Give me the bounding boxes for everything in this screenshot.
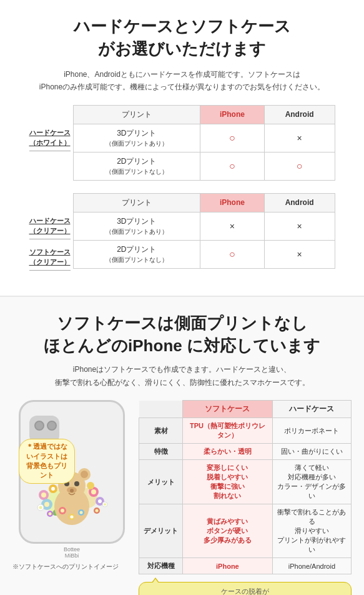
label-feature: 特徴 xyxy=(139,444,183,460)
balloon-container: ケースの脱着が苦手な方におすすめ。 xyxy=(139,582,352,595)
svg-point-5 xyxy=(51,487,55,491)
feature-row-merit: メリット 変形しにくい脱着しやすい衝撃に強い割れない 薄くて軽い対応機種が多いカ… xyxy=(139,460,352,504)
print-type: 3Dプリント（側面プリントあり） xyxy=(73,124,200,152)
table2: プリント iPhone Android 3Dプリント（側面プリントあり） × ×… xyxy=(73,193,335,269)
feature-table: ソフトケース ハードケース 素材 TPU（熱可塑性ポリウレタン） ポリカーボネー… xyxy=(139,400,352,574)
col-print: プリント xyxy=(73,193,200,212)
svg-point-35 xyxy=(96,509,99,512)
table1-wrapper: ハードケース（ホワイト） プリント iPhone Android 3Dプリント（… xyxy=(12,105,352,181)
svg-point-12 xyxy=(87,482,94,489)
hard-feature: 固い・曲がりにくい xyxy=(272,444,351,460)
svg-point-25 xyxy=(70,489,74,492)
feature-row-feature: 特徴 柔らかい・透明 固い・曲がりにくい xyxy=(139,444,352,460)
table1-side-label: ハードケース（ホワイト） xyxy=(29,105,71,151)
android-cross: × xyxy=(264,124,335,152)
table-row: 2Dプリント（側面プリントなし） ○ × xyxy=(73,240,335,268)
label-merit: メリット xyxy=(139,460,183,504)
soft-case-header: ソフトケース xyxy=(183,401,273,418)
iphone-circle: ○ xyxy=(200,152,265,180)
svg-point-11 xyxy=(98,499,102,503)
bottom-content: ＊透過ではないイラストは背景色もプリント BotteeMiBbi ※ソフトケース… xyxy=(12,400,352,595)
bottom-subtitle: iPhoneはソフトケースでも作成できます。ハードケースと違い、衝撃で割れる心配… xyxy=(12,363,352,389)
softcase-clear-label: ソフトケース（クリアー） xyxy=(29,244,71,271)
hard-compatible: iPhone/Android xyxy=(272,558,351,574)
hardcase-clear-label: ハードケース（クリアー） xyxy=(29,213,71,239)
table-row: 3Dプリント（側面プリントあり） ○ × xyxy=(73,124,335,152)
svg-point-3 xyxy=(41,492,46,498)
col-android-1: Android xyxy=(264,105,335,124)
camera-lens-1 xyxy=(34,421,44,431)
android-cross: × xyxy=(264,240,335,268)
soft-merit: 変形しにくい脱着しやすい衝撃に強い割れない xyxy=(183,460,273,504)
bottom-title: ソフトケースは側面プリントなしほとんどのiPhone に対応しています xyxy=(12,312,352,358)
svg-point-29 xyxy=(80,511,83,514)
print-type: 3Dプリント（側面プリントあり） xyxy=(73,212,200,240)
iphone-circle: ○ xyxy=(200,124,265,152)
label-material: 素材 xyxy=(139,418,183,444)
iphone-cross: × xyxy=(200,212,265,240)
phone-brand: BotteeMiBbi xyxy=(12,546,131,559)
feature-row-compatible: 対応機種 iPhone iPhone/Android xyxy=(139,558,352,574)
phone-note: ※ソフトケースへのプリントイメージ xyxy=(12,562,131,571)
print-type: 2Dプリント（側面プリントなし） xyxy=(73,240,200,268)
transparent-label: ＊透過ではないイラストは背景色もプリント xyxy=(19,439,75,484)
col-iphone-1: iPhone xyxy=(200,105,265,124)
col-android-2: Android xyxy=(264,193,335,212)
soft-material: TPU（熱可塑性ポリウレタン） xyxy=(183,418,273,444)
hard-material: ポリカーボネート xyxy=(272,418,351,444)
feature-row-demerit: デメリット 黄ばみやすいボタンが硬い多少厚みがある 衝撃で割れることがある滑りや… xyxy=(139,504,352,558)
android-circle: ○ xyxy=(264,152,335,180)
svg-point-27 xyxy=(61,509,64,512)
right-content: ソフトケース ハードケース 素材 TPU（熱可塑性ポリウレタン） ポリカーボネー… xyxy=(139,400,352,595)
subtitle-text: iPhone、Androidともにハードケースを作成可能です。ソフトケースはiP… xyxy=(12,68,352,94)
col-iphone-2: iPhone xyxy=(200,193,265,212)
hard-merit: 薄くて軽い対応機種が多いカラー・デザインが多い xyxy=(272,460,351,504)
balloon: ケースの脱着が苦手な方におすすめ。 xyxy=(139,582,352,595)
soft-demerit: 黄ばみやすいボタンが硬い多少厚みがある xyxy=(183,504,273,558)
bottom-section: ソフトケースは側面プリントなしほとんどのiPhone に対応しています iPho… xyxy=(0,297,364,595)
svg-point-31 xyxy=(71,516,74,519)
android-cross: × xyxy=(264,212,335,240)
top-section: ハードケースとソフトケースがお選びいただけます iPhone、Androidとも… xyxy=(0,0,364,296)
soft-compatible: iPhone xyxy=(183,558,273,574)
feature-row-material: 素材 TPU（熱可塑性ポリウレタン） ポリカーボネート xyxy=(139,418,352,444)
print-type: 2Dプリント（側面プリントなし） xyxy=(73,152,200,180)
hard-demerit: 衝撃で割れることがある滑りやすいプリントが剥がれやすい xyxy=(272,504,351,558)
label-compatible: 対応機種 xyxy=(139,558,183,574)
soft-feature: 柔らかい・透明 xyxy=(183,444,273,460)
camera-lens-2 xyxy=(47,421,57,431)
svg-point-37 xyxy=(39,506,42,509)
table1: プリント iPhone Android 3Dプリント（側面プリントあり） ○ ×… xyxy=(73,105,335,181)
svg-point-21 xyxy=(81,471,88,478)
label-demerit: デメリット xyxy=(139,504,183,558)
svg-point-23 xyxy=(74,481,79,486)
svg-point-39 xyxy=(104,503,106,506)
table-row: 3Dプリント（側面プリントあり） × × xyxy=(73,212,335,240)
svg-point-33 xyxy=(49,512,52,516)
hardcase-white-label: ハードケース（ホワイト） xyxy=(29,125,71,151)
phone-mockup-container: ＊透過ではないイラストは背景色もプリント BotteeMiBbi ※ソフトケース… xyxy=(12,400,131,571)
svg-point-9 xyxy=(91,489,96,494)
table2-wrapper: ハードケース（クリアー） ソフトケース（クリアー） プリント iPhone An… xyxy=(12,193,352,271)
svg-point-7 xyxy=(44,502,49,507)
table2-side-labels: ハードケース（クリアー） ソフトケース（クリアー） xyxy=(29,193,71,271)
col-print: プリント xyxy=(73,105,200,124)
main-title: ハードケースとソフトケースがお選びいただけます xyxy=(12,15,352,61)
hard-case-header: ハードケース xyxy=(272,401,351,418)
table-row: 2Dプリント（側面プリントなし） ○ ○ xyxy=(73,152,335,180)
iphone-circle: ○ xyxy=(200,240,265,268)
